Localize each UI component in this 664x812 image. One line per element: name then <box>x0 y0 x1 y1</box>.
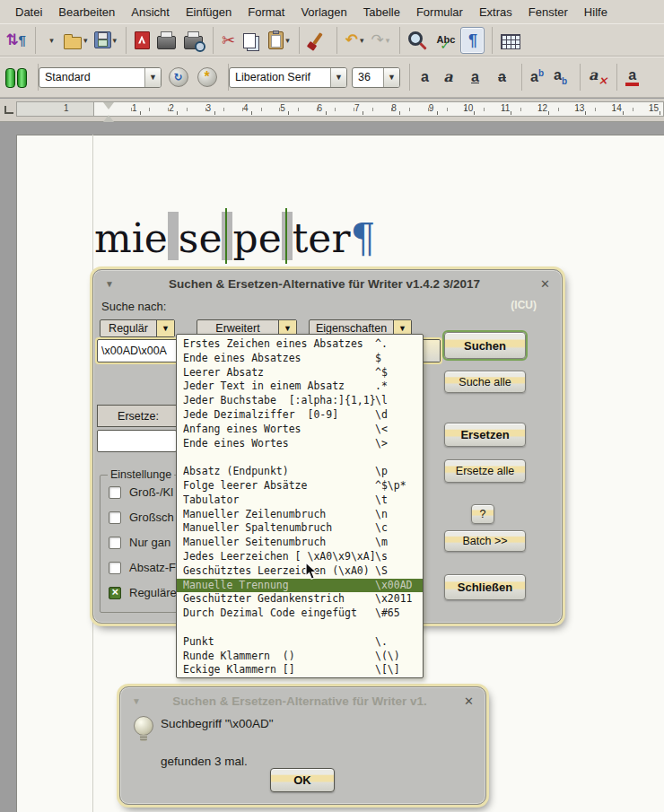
export-pdf-icon[interactable] <box>126 27 152 54</box>
regex-list-item[interactable]: Geschütztes Leerzeichen (\xA0) \S <box>177 564 423 579</box>
new-style-icon[interactable] <box>195 64 219 91</box>
collapse-icon[interactable]: ▼ <box>132 696 141 706</box>
menu-item[interactable]: Format <box>240 4 293 21</box>
regex-list-item[interactable]: Manueller Spaltenumbruch \c <box>177 521 423 536</box>
regex-list-item[interactable]: Ende eines Absatzes $ <box>177 352 423 366</box>
redo-icon[interactable]: ↷ <box>368 27 392 54</box>
regex-list-item[interactable]: Leerer Absatz ^$ <box>177 366 423 380</box>
regex-list-item[interactable]: Manuelle Trennung \x00AD <box>177 579 423 593</box>
chevron-down-icon[interactable] <box>423 340 440 362</box>
menu-item[interactable]: Formular <box>408 4 471 21</box>
font-name-combo[interactable]: Liberation Serif ▼ <box>228 64 347 91</box>
chevron-down-icon[interactable]: ▼ <box>383 68 399 87</box>
cut-icon[interactable]: ✂ <box>213 27 237 54</box>
find-replace-icon[interactable] <box>399 27 431 54</box>
close-button[interactable]: Schließen <box>444 574 526 600</box>
settings-checkbox[interactable]: Reguläre <box>109 586 177 599</box>
collapse-icon[interactable]: ▼ <box>105 279 114 289</box>
chevron-down-icon[interactable]: ▼ <box>144 68 161 87</box>
checkbox-icon[interactable] <box>109 587 121 599</box>
regex-list-item[interactable]: Jeder Buchstabe [:alpha:]{1,1} \l <box>177 394 423 408</box>
menu-item[interactable]: Bearbeiten <box>50 4 123 21</box>
formatting-marks-icon[interactable]: ¶ <box>460 27 485 54</box>
font-color-icon[interactable]: a <box>616 64 641 91</box>
help-button[interactable]: ? <box>471 504 494 524</box>
regex-list-item[interactable]: Manueller Zeilenumbruch \n <box>177 508 423 522</box>
regex-list-item[interactable]: Runde Klammern () \(\) <box>177 650 423 664</box>
regex-list-item[interactable]: Manueller Seitenumbruch \m <box>177 536 423 550</box>
checkbox-icon[interactable] <box>109 562 121 574</box>
replace-button[interactable]: Ersetzen <box>444 423 526 447</box>
settings-checkbox[interactable]: Absatz-F <box>109 561 177 574</box>
close-icon[interactable]: ✕ <box>540 277 550 291</box>
regex-item-label: Folge leerer Absätze <box>183 479 375 493</box>
regex-list-item[interactable]: Jeder Text in einem Absatz .* <box>177 380 423 394</box>
menu-item[interactable]: Vorlagen <box>293 4 354 21</box>
regular-dropdown-button[interactable]: Regulär ▼ <box>100 319 175 337</box>
clone-formatting-icon[interactable] <box>299 27 329 54</box>
strikethrough-icon[interactable]: a <box>490 64 514 91</box>
save-icon[interactable] <box>92 27 119 54</box>
menu-item[interactable]: Extras <box>471 4 520 21</box>
underline-icon[interactable]: a <box>463 64 487 91</box>
clear-formatting-icon[interactable]: a <box>580 64 609 91</box>
chevron-down-icon[interactable]: ▼ <box>330 68 346 87</box>
regex-list-item[interactable]: Tabulator \t <box>177 493 423 508</box>
new-document-icon[interactable] <box>35 27 59 54</box>
menu-item[interactable]: Tabelle <box>355 4 408 21</box>
document-text[interactable]: miesepeter¶ <box>94 212 375 261</box>
regex-list-item[interactable]: Anfang eines Wortes \< <box>177 423 423 437</box>
regex-list-item[interactable]: Ende eines Wortes \> <box>177 437 423 451</box>
settings-checkbox[interactable]: Großsch <box>109 511 177 524</box>
update-style-icon[interactable] <box>166 64 190 91</box>
regex-list-item[interactable] <box>177 450 423 465</box>
menu-item[interactable]: Ansicht <box>123 4 178 21</box>
print-icon[interactable] <box>154 27 179 54</box>
print-preview-icon[interactable] <box>181 27 205 54</box>
settings-checkbox[interactable]: Groß-/Kl <box>109 485 177 499</box>
regex-list-item[interactable]: Eckige Klammern [] \[\] <box>177 663 423 677</box>
open-icon[interactable] <box>62 27 90 54</box>
settings-checkbox[interactable]: Nur gan <box>109 536 177 549</box>
menu-item[interactable]: Datei <box>7 4 50 21</box>
regex-list-item[interactable]: Jede Dezimalziffer [0-9] \d <box>177 408 423 423</box>
replace-input[interactable] <box>97 430 177 452</box>
regex-list-item[interactable]: Punkt \. <box>177 635 423 650</box>
regex-list-item[interactable]: Geschützter Gedankenstrich \x2011 <box>177 592 423 607</box>
replace-all-button[interactable]: Ersetze alle <box>444 459 526 483</box>
bold-icon[interactable]: a <box>409 64 433 91</box>
batch-button[interactable]: Batch >> <box>444 530 526 552</box>
paste-icon[interactable] <box>266 27 292 54</box>
replace-dropdown-button[interactable]: Ersetze: <box>97 405 179 427</box>
menu-item[interactable]: Fenster <box>520 4 576 21</box>
regex-list-item[interactable]: Folge leerer Absätze ^$\p* <box>177 479 423 493</box>
paragraph-style-combo[interactable]: Standard ▼ <box>38 64 162 91</box>
table-icon[interactable] <box>492 27 522 54</box>
regex-list-item[interactable] <box>177 621 423 635</box>
regex-list-item[interactable]: Jedes Leerzeichen [ \xA0\x9\xA] \s <box>177 550 423 564</box>
regex-list-item[interactable]: Erstes Zeichen eines Absatzes ^. <box>177 337 423 352</box>
close-icon[interactable]: ✕ <box>464 694 474 708</box>
undo-icon[interactable]: ↶ <box>336 27 366 54</box>
altsearch-binoculars-icon[interactable] <box>4 64 29 91</box>
menu-item[interactable]: Einfügen <box>178 4 240 21</box>
checkbox-icon[interactable] <box>109 486 121 499</box>
checkbox-icon[interactable] <box>109 511 121 524</box>
copy-icon[interactable] <box>240 27 264 54</box>
regex-list-item[interactable]: Absatz (Endpunkt) \p <box>177 465 423 479</box>
subscript-icon[interactable]: a <box>548 64 572 91</box>
superscript-icon[interactable]: a <box>521 64 546 91</box>
checkbox-icon[interactable] <box>109 537 121 549</box>
search-all-button[interactable]: Suche alle <box>444 371 526 393</box>
chevron-down-icon[interactable]: ▼ <box>156 320 174 336</box>
search-button[interactable]: Suchen <box>444 332 526 359</box>
altsearch-icon[interactable]: ⇅ <box>4 27 28 54</box>
menu-item[interactable]: Hilfe <box>576 4 616 21</box>
ok-button[interactable]: OK <box>270 768 335 792</box>
horizontal-ruler[interactable]: 1 123456789101112131415 <box>0 99 664 122</box>
spelling-icon[interactable]: Abc <box>433 27 458 54</box>
regex-list-item[interactable]: Durch Dezimal Code eingefügt \#65 <box>177 607 423 621</box>
font-size-combo[interactable]: 36 ▼ <box>352 64 400 91</box>
italic-icon[interactable]: a <box>436 64 460 91</box>
tab-type-indicator[interactable] <box>4 106 13 114</box>
